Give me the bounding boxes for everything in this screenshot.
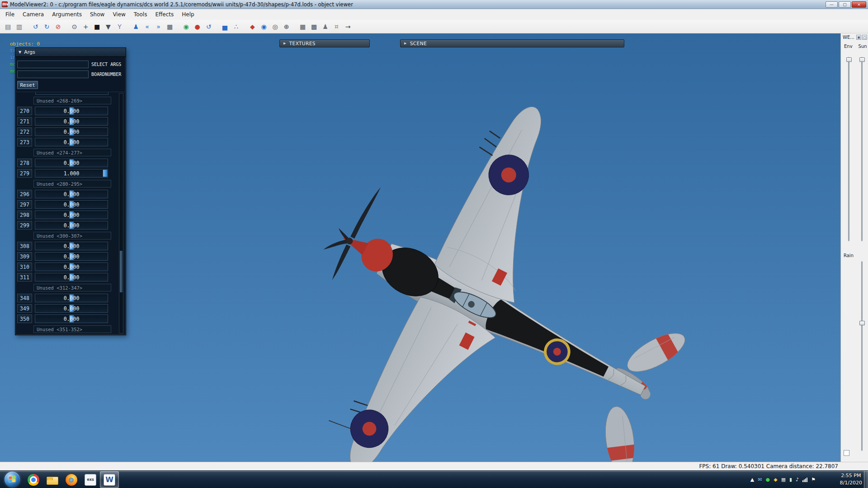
undo-icon[interactable]: ↺ <box>30 21 41 32</box>
tray-hidden-icons-icon[interactable]: ▲ <box>750 477 754 483</box>
weather-panel-close-icon[interactable]: ▢ <box>862 35 867 40</box>
menu-item-tools[interactable]: Tools <box>130 10 151 19</box>
scrollbar-thumb[interactable] <box>120 251 123 292</box>
viewport-3d[interactable]: objects: 0tris: 0instances: 0models: 0me… <box>0 33 840 462</box>
arg-slider[interactable]: 0.000 <box>35 200 108 209</box>
flask-icon[interactable]: Y <box>114 21 125 32</box>
env-slider-thumb[interactable] <box>846 57 852 62</box>
arg-slider[interactable]: 0.000 <box>35 159 108 167</box>
solid-view-icon[interactable]: ■ <box>92 21 102 32</box>
arg-number[interactable]: 297 <box>17 200 32 209</box>
tray-antivirus-icon[interactable]: ● <box>766 477 770 483</box>
arg-number[interactable]: 296 <box>17 190 32 198</box>
mannequin-icon[interactable]: ♟ <box>320 21 330 32</box>
uv-grid-icon[interactable]: ∴ <box>231 21 241 32</box>
minimize-button[interactable]: — <box>826 1 838 8</box>
arg-slider[interactable]: 0.000 <box>35 107 108 115</box>
arg-number[interactable]: 272 <box>17 127 32 136</box>
taskbar-clock[interactable]: 2:55 PM 8/1/2020 <box>840 472 862 487</box>
reset-button[interactable]: Reset <box>17 81 38 89</box>
redo-icon[interactable]: ↻ <box>42 21 52 32</box>
export-icon[interactable]: → <box>343 21 353 32</box>
spheres-icon[interactable]: ◉ <box>259 21 269 32</box>
tray-update-icon[interactable]: ◆ <box>774 477 777 483</box>
arg-number[interactable]: 271 <box>17 117 32 126</box>
weather-checkbox[interactable] <box>844 450 849 456</box>
arg-number[interactable]: 279 <box>17 169 32 178</box>
reset-view-icon[interactable]: ↺ <box>203 21 214 32</box>
arg-number[interactable]: 350 <box>17 314 32 323</box>
filter-icon[interactable]: ▼ <box>103 21 113 32</box>
menu-item-help[interactable]: Help <box>178 10 198 19</box>
arg-slider[interactable]: 0.000 <box>35 304 108 313</box>
select-args-input[interactable] <box>17 61 89 68</box>
close-button[interactable]: × <box>852 1 866 8</box>
menu-item-show[interactable]: Show <box>86 10 108 19</box>
arg-number[interactable]: 273 <box>17 138 32 146</box>
arg-number[interactable]: 311 <box>17 273 32 282</box>
tray-network-icon[interactable] <box>802 477 807 482</box>
taskbar-app-app-exs[interactable]: exs <box>81 471 100 488</box>
menu-item-camera[interactable]: Camera <box>19 10 48 19</box>
arg-slider[interactable]: 0.000 <box>35 252 108 261</box>
material-cube-icon[interactable]: ◆ <box>247 21 258 32</box>
show-desktop-button[interactable] <box>864 471 868 488</box>
arg-slider[interactable]: 0.000 <box>35 242 108 250</box>
arg-slider-handle[interactable] <box>103 170 107 177</box>
menu-item-file[interactable]: File <box>1 10 19 19</box>
zoom-in-icon[interactable]: ⊕ <box>281 21 292 32</box>
arg-slider[interactable]: 0.000 <box>35 211 108 219</box>
tray-chat-icon[interactable]: ✉ <box>758 477 762 483</box>
taskbar-app-firefox[interactable] <box>62 471 81 488</box>
arg-slider[interactable]: 0.000 <box>35 263 108 271</box>
boardnumber-input[interactable] <box>17 70 89 78</box>
taskbar-app-chrome[interactable] <box>24 471 43 488</box>
arg-slider[interactable]: 0.000 <box>35 138 108 146</box>
open-file-icon[interactable]: ▥ <box>14 21 24 32</box>
tray-volume-icon[interactable]: ♪ <box>796 477 799 483</box>
stop-icon[interactable]: ⊘ <box>53 21 63 32</box>
textures-panel-header[interactable]: ▶ TEXTURES <box>279 39 370 47</box>
sun-slider-thumb[interactable] <box>859 57 865 62</box>
arg-number[interactable]: 348 <box>17 294 32 302</box>
play-forward-icon[interactable]: » <box>153 21 164 32</box>
tray-battery-icon[interactable]: ▮ <box>789 477 792 483</box>
arg-number[interactable]: 310 <box>17 263 32 271</box>
arg-slider[interactable]: 0.000 <box>35 314 108 323</box>
walk-figure-icon[interactable]: ♟ <box>131 21 141 32</box>
args-panel-header[interactable]: ▼ Args <box>15 48 126 57</box>
menu-item-effects[interactable]: Effects <box>151 10 178 19</box>
arg-number[interactable]: 299 <box>17 221 32 230</box>
film-strip-icon[interactable]: ▦ <box>165 21 175 32</box>
chart-icon[interactable]: ▅ <box>220 21 230 32</box>
arg-number[interactable]: 309 <box>17 252 32 261</box>
play-back-icon[interactable]: « <box>142 21 152 32</box>
menu-item-view[interactable]: View <box>108 10 129 19</box>
arg-number[interactable]: 270 <box>17 107 32 115</box>
start-button[interactable] <box>5 472 20 487</box>
arg-slider[interactable]: 1.000 <box>35 169 108 178</box>
arg-slider[interactable]: 0.000 <box>35 273 108 282</box>
new-file-icon[interactable]: ▤ <box>3 21 13 32</box>
arg-number[interactable]: 308 <box>17 242 32 250</box>
args-scrollbar[interactable] <box>119 93 123 333</box>
weather-panel-dock-icon[interactable]: ▣ <box>856 35 861 40</box>
arg-number[interactable]: 349 <box>17 304 32 313</box>
lamp-icon[interactable]: ¤ <box>331 21 342 32</box>
grid-icon[interactable]: ▦ <box>297 21 308 32</box>
taskbar-app-explorer[interactable] <box>43 471 62 488</box>
arg-number[interactable]: 278 <box>17 159 32 167</box>
sun-slider[interactable] <box>861 57 863 241</box>
menu-item-arguments[interactable]: Arguments <box>48 10 86 19</box>
orbit-icon[interactable]: ◎ <box>270 21 280 32</box>
arg-slider[interactable]: 0.000 <box>35 127 108 136</box>
scene-panel-header[interactable]: ▶ SCENE <box>400 39 624 47</box>
rain-slider-thumb[interactable] <box>859 321 865 325</box>
move-icon[interactable]: + <box>80 21 91 32</box>
maximize-button[interactable]: ▢ <box>839 1 851 8</box>
grid-dense-icon[interactable]: ▩ <box>309 21 319 32</box>
record-icon[interactable]: ● <box>192 21 203 32</box>
arg-number[interactable]: 298 <box>17 211 32 219</box>
tray-action-center-icon[interactable]: ⚑ <box>811 477 816 483</box>
arg-slider[interactable]: 0.000 <box>35 221 108 230</box>
